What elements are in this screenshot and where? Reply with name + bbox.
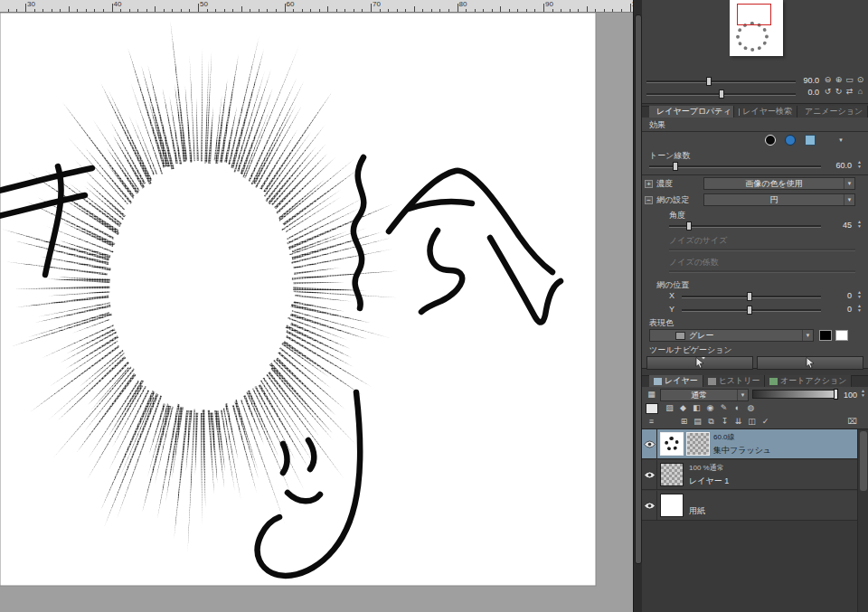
layer-list-scrollbar[interactable] <box>857 429 868 612</box>
zoom-in-icon[interactable]: ⊕ <box>834 74 844 86</box>
navigator-zoom-handle[interactable] <box>706 77 712 86</box>
spin-down-icon[interactable]: ▼ <box>855 165 863 169</box>
opacity-slider[interactable] <box>752 390 837 399</box>
transparency-lock-icon[interactable]: ▨ <box>664 402 675 414</box>
navigator-thumbnail[interactable] <box>730 0 783 56</box>
spin-down-icon[interactable]: ▼ <box>855 308 863 313</box>
layer-row-1[interactable]: 100 %通常 レイヤー 1 <box>642 460 868 490</box>
canvas-scrollbar-thumb[interactable] <box>635 14 642 564</box>
spin-down-icon[interactable]: ▼ <box>855 224 863 229</box>
blend-mode-dropdown[interactable]: 通常 ▼ <box>660 389 749 401</box>
spin-down-icon[interactable]: ▼ <box>855 295 863 299</box>
density-expander[interactable]: + <box>645 180 653 188</box>
x-handle[interactable] <box>747 292 752 301</box>
layer-list-scrollbar-thumb[interactable] <box>860 431 867 491</box>
angle-value[interactable]: 45 <box>821 221 852 230</box>
operate-tool-button[interactable] <box>646 356 753 370</box>
tab-history[interactable]: ヒストリー <box>703 375 766 387</box>
angle-handle[interactable] <box>686 221 692 231</box>
palette-color-button[interactable] <box>646 403 658 414</box>
canvas-drawing-area[interactable] <box>0 13 633 612</box>
tone-lines-spinner[interactable]: ▲ ▼ <box>855 160 863 169</box>
tone-pattern-effect-icon[interactable] <box>805 135 816 146</box>
palette-menu-icon[interactable]: ≡ <box>646 416 657 428</box>
new-layer-button[interactable]: ⊞ <box>678 416 690 428</box>
draft-layer-icon[interactable]: ✎ <box>718 402 730 414</box>
navigator-rotation-handle[interactable] <box>719 89 724 99</box>
opacity-spinner[interactable]: ▲ ▼ <box>859 389 867 398</box>
dot-settings-expander[interactable]: − <box>645 196 653 204</box>
layer-name[interactable]: 用紙 <box>689 506 705 515</box>
apply-mask-button[interactable]: ✓ <box>760 416 771 428</box>
rotate-cw-icon[interactable]: ↻ <box>834 86 844 98</box>
dot-settings-dropdown[interactable]: 円 ▼ <box>703 193 855 206</box>
white-color-swatch[interactable] <box>835 330 848 341</box>
tab-layer-property[interactable]: レイヤープロパティ <box>649 106 734 118</box>
tone-effect-icon[interactable] <box>765 135 776 146</box>
right-dock: 90.0 ⊖ ⊕ ▭ ⊙ 0.0 ↺ ↻ ⇄ ⌂ レイヤープロパティ レイヤー検… <box>642 0 868 612</box>
show-mask-area-icon[interactable]: ◍ <box>745 402 757 414</box>
x-spinner[interactable]: ▲ ▼ <box>855 290 863 299</box>
navigator-rotation-slider[interactable] <box>646 93 796 96</box>
enable-mask-icon[interactable]: ◐ <box>731 402 743 414</box>
expression-color-dropdown[interactable]: グレー ▼ <box>649 329 814 342</box>
tab-animation[interactable]: アニメーション <box>797 106 868 118</box>
x-value[interactable]: 0 <box>821 291 852 300</box>
ruler-tick <box>534 9 535 12</box>
navigator-zoom-slider[interactable] <box>646 80 796 83</box>
tone-lines-value[interactable]: 60.0 <box>821 161 852 170</box>
merge-down-button[interactable]: ⇊ <box>732 416 744 428</box>
new-folder-button[interactable]: ▤ <box>692 416 703 428</box>
tone-lines-slider[interactable] <box>649 165 821 168</box>
delete-layer-button[interactable]: ⌧ <box>846 416 858 428</box>
reference-layer-icon[interactable]: ◉ <box>704 402 716 414</box>
y-handle[interactable] <box>747 306 752 315</box>
layer-name[interactable]: レイヤー 1 <box>689 476 729 485</box>
tab-auto-action[interactable]: オートアクション <box>765 375 852 387</box>
actual-pixels-icon[interactable]: ⊙ <box>855 74 865 86</box>
angle-slider[interactable] <box>669 225 821 228</box>
paper-thumbnail[interactable] <box>660 494 684 517</box>
ruler-tick <box>155 6 156 12</box>
spin-down-icon[interactable]: ▼ <box>859 393 867 398</box>
flip-horizontal-icon[interactable]: ⇄ <box>844 86 854 98</box>
visibility-toggle[interactable] <box>642 460 657 490</box>
y-spinner[interactable]: ▲ ▼ <box>855 304 863 313</box>
density-dropdown[interactable]: 画像の色を使用 ▼ <box>703 177 855 190</box>
dropdown-arrow-icon: ▼ <box>802 330 813 341</box>
duplicate-layer-button[interactable]: ⧉ <box>705 416 717 428</box>
tab-layer-search[interactable]: レイヤー検索 <box>734 106 797 118</box>
layer-name[interactable]: 集中フラッシュ <box>713 446 771 455</box>
reset-view-icon[interactable]: ⌂ <box>855 86 865 98</box>
select-layer-tool-button[interactable] <box>757 356 863 370</box>
effect-more-dropdown-icon[interactable]: ▼ <box>835 135 846 146</box>
ruler-tick <box>42 9 43 12</box>
tone-lines-handle[interactable] <box>673 162 678 171</box>
layer-row-flash[interactable]: 60.0線 集中フラッシュ <box>642 429 868 459</box>
layer-color-effect-icon[interactable] <box>785 135 796 146</box>
transfer-down-button[interactable]: ↧ <box>719 416 731 428</box>
fit-to-screen-icon[interactable]: ▭ <box>844 74 854 86</box>
layer-row-paper[interactable]: 用紙 <box>642 491 868 521</box>
y-slider[interactable] <box>682 309 821 312</box>
zoom-out-icon[interactable]: ⊖ <box>823 74 833 86</box>
canvas-vertical-scrollbar[interactable] <box>633 0 642 612</box>
angle-spinner[interactable]: ▲ ▼ <box>855 220 863 229</box>
tab-layers[interactable]: レイヤー <box>649 375 703 387</box>
create-mask-button[interactable]: ◫ <box>746 416 758 428</box>
x-slider[interactable] <box>682 296 821 298</box>
black-color-swatch[interactable] <box>819 330 832 341</box>
visibility-toggle[interactable] <box>642 491 657 521</box>
ruler-tick <box>380 9 381 12</box>
visibility-toggle[interactable] <box>642 429 657 459</box>
rotate-ccw-icon[interactable]: ↺ <box>823 86 833 98</box>
tone-thumbnail[interactable] <box>686 432 710 456</box>
layer-thumbnail[interactable] <box>660 432 684 456</box>
clip-to-layer-below-icon[interactable]: ◧ <box>691 402 703 414</box>
layer-thumbnail[interactable] <box>660 463 684 486</box>
layer-filter-icon[interactable]: ▦ <box>646 389 657 400</box>
navigator-view-frame[interactable] <box>737 4 771 25</box>
lock-layer-icon[interactable]: ◆ <box>677 402 689 414</box>
opacity-value[interactable]: 100 <box>837 391 857 400</box>
y-value[interactable]: 0 <box>821 305 852 314</box>
